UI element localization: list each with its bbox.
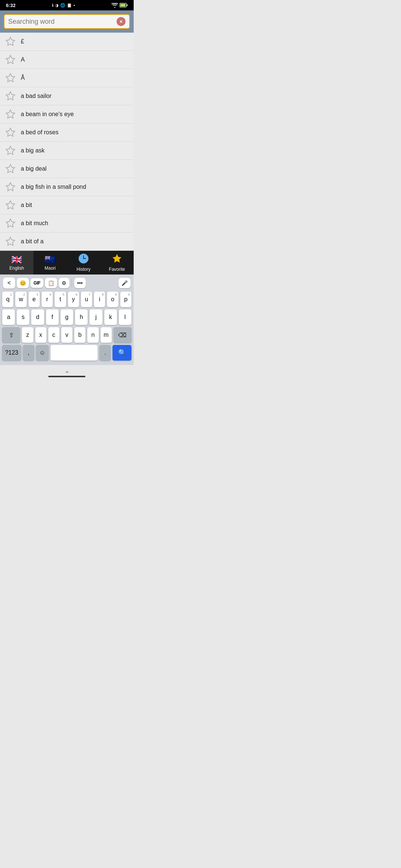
- star-icon[interactable]: [5, 200, 16, 210]
- tab-maori[interactable]: 🇳🇿Maori: [33, 251, 67, 274]
- search-clear-button[interactable]: ×: [117, 17, 125, 26]
- key-o[interactable]: 9o: [107, 292, 118, 307]
- key-r[interactable]: 4r: [42, 292, 53, 307]
- star-icon[interactable]: [5, 164, 16, 174]
- key-letter-⌫: ⌫: [118, 332, 127, 339]
- key-k[interactable]: k: [104, 309, 117, 325]
- tab-history[interactable]: History: [67, 251, 100, 274]
- key-c[interactable]: c: [48, 327, 59, 343]
- word-list-item[interactable]: a bad sailor: [0, 87, 134, 105]
- circle-icon: ◑: [55, 3, 59, 8]
- emoji-key[interactable]: ☺: [36, 345, 49, 361]
- num-toggle-key[interactable]: ?123: [2, 345, 21, 361]
- key-f[interactable]: f: [46, 309, 59, 325]
- star-icon[interactable]: [5, 236, 16, 247]
- word-list-item[interactable]: a big fish in a small pond: [0, 178, 134, 196]
- key-letter-?123: ?123: [5, 349, 19, 356]
- key-letter-g: g: [65, 314, 69, 320]
- star-icon[interactable]: [5, 91, 16, 101]
- word-text: a bit much: [21, 220, 48, 227]
- key-w[interactable]: 2w: [15, 292, 26, 307]
- key-p[interactable]: 0p: [120, 292, 131, 307]
- key-h[interactable]: h: [75, 309, 88, 325]
- key-number-6: 6: [76, 293, 78, 296]
- toolbar-separator: [72, 279, 72, 287]
- word-list-item[interactable]: Å: [0, 69, 134, 87]
- status-right: [111, 3, 128, 8]
- key-l[interactable]: l: [119, 309, 131, 325]
- shift-key[interactable]: ⇧: [2, 327, 20, 343]
- star-icon[interactable]: [5, 218, 16, 228]
- star-icon[interactable]: [5, 109, 16, 119]
- keyboard-row-1: 1q2w3e4r5t6y7u8i9o0p: [2, 292, 131, 307]
- key-letter-u: u: [85, 296, 88, 303]
- key-d[interactable]: d: [31, 309, 44, 325]
- key-b[interactable]: b: [74, 327, 85, 343]
- key-letter-y: y: [72, 296, 75, 303]
- keyboard-back-button[interactable]: <: [3, 277, 15, 289]
- keyboard-gif-button[interactable]: GIF: [30, 278, 43, 288]
- word-text: a big fish in a small pond: [21, 184, 86, 190]
- key-e[interactable]: 3e: [29, 292, 40, 307]
- space-key[interactable]: [50, 345, 98, 361]
- key-number-5: 5: [62, 293, 64, 296]
- key-z[interactable]: z: [22, 327, 33, 343]
- key-a[interactable]: a: [2, 309, 15, 325]
- keyboard-clipboard-button[interactable]: 📋: [45, 278, 57, 288]
- key-letter-t: t: [59, 296, 61, 303]
- key-letter-e: e: [32, 296, 36, 303]
- key-v[interactable]: v: [61, 327, 72, 343]
- word-list-item[interactable]: A: [0, 51, 134, 69]
- key-t[interactable]: 5t: [55, 292, 66, 307]
- home-bar: [48, 376, 85, 377]
- word-list-item[interactable]: a big ask: [0, 142, 134, 160]
- backspace-key[interactable]: ⌫: [114, 327, 131, 343]
- keyboard-mic-button[interactable]: 🎤: [118, 278, 131, 288]
- key-number-7: 7: [89, 293, 91, 296]
- keyboard-more-button[interactable]: •••: [74, 278, 86, 288]
- star-icon[interactable]: [5, 182, 16, 192]
- key-n[interactable]: n: [87, 327, 98, 343]
- tab-english-label: English: [9, 266, 24, 271]
- tab-favorite[interactable]: Favorite: [100, 251, 134, 274]
- key-u[interactable]: 7u: [81, 292, 92, 307]
- key-y[interactable]: 6y: [68, 292, 79, 307]
- tab-history-label: History: [76, 267, 90, 272]
- search-input[interactable]: [8, 18, 114, 26]
- search-key[interactable]: 🔍: [113, 345, 131, 361]
- tab-english[interactable]: 🇬🇧English: [0, 251, 33, 274]
- key-letter-v: v: [65, 332, 68, 338]
- word-list-item[interactable]: a bit: [0, 196, 134, 214]
- svg-rect-2: [120, 4, 125, 7]
- word-list-item[interactable]: a bit much: [0, 214, 134, 233]
- key-s[interactable]: s: [17, 309, 29, 325]
- key-x[interactable]: x: [35, 327, 46, 343]
- word-list-item[interactable]: a big deal: [0, 160, 134, 178]
- key-q[interactable]: 1q: [2, 292, 13, 307]
- key-g[interactable]: g: [61, 309, 73, 325]
- keyboard-settings-button[interactable]: ⚙: [59, 278, 69, 288]
- key-number-1: 1: [10, 293, 12, 296]
- key-j[interactable]: j: [89, 309, 102, 325]
- key-letter-n: n: [91, 332, 95, 338]
- keyboard-hide-button[interactable]: ⌄: [65, 367, 69, 374]
- key-letter-⇧: ⇧: [9, 332, 14, 339]
- word-list-item[interactable]: a bit of a: [0, 233, 134, 251]
- word-text: A: [21, 56, 25, 63]
- keyboard-emoji-button[interactable]: 😊: [17, 278, 29, 288]
- word-list-item[interactable]: £: [0, 33, 134, 51]
- word-list-item[interactable]: a bed of roses: [0, 124, 134, 142]
- star-icon[interactable]: [5, 127, 16, 138]
- period-key[interactable]: .: [100, 345, 111, 361]
- word-list-item[interactable]: a beam in one's eye: [0, 105, 134, 124]
- key-letter-m: m: [104, 332, 108, 338]
- key-m[interactable]: m: [101, 327, 112, 343]
- key-number-2: 2: [23, 293, 25, 296]
- key-i[interactable]: 8i: [94, 292, 105, 307]
- star-icon[interactable]: [5, 36, 16, 47]
- star-icon[interactable]: [5, 55, 16, 65]
- star-icon[interactable]: [5, 145, 16, 156]
- comma-key[interactable]: ,: [23, 345, 34, 361]
- star-icon[interactable]: [5, 73, 16, 83]
- key-number-4: 4: [49, 293, 51, 296]
